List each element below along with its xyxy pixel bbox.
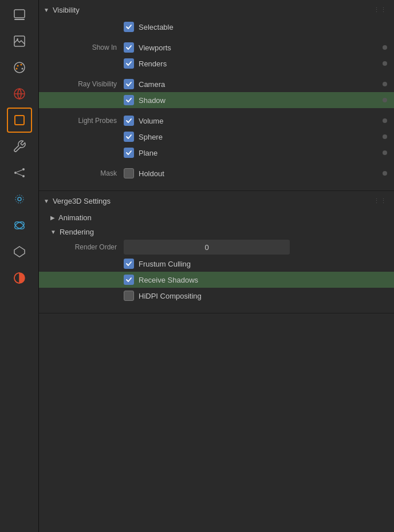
wrench-icon[interactable]: [7, 134, 32, 159]
svg-rect-1: [14, 19, 25, 20]
main-panel: ▼ Visibility ⋮⋮ Selectable Show In: [39, 0, 394, 532]
verge3d-section-header[interactable]: ▼ Verge3D Settings ⋮⋮: [39, 191, 394, 210]
selectable-text: Selectable: [139, 23, 174, 31]
svg-point-7: [15, 68, 17, 70]
volume-row: Light Probes Volume: [39, 113, 394, 129]
renders-value: Renders: [124, 58, 383, 69]
volume-dot: [383, 118, 387, 123]
shadow-checkbox[interactable]: [124, 95, 134, 105]
frustum-culling-text: Frustum Culling: [139, 260, 191, 268]
mask-label: Mask: [44, 169, 124, 177]
svg-point-13: [22, 168, 25, 170]
image-icon[interactable]: [7, 29, 32, 54]
frustum-culling-checkbox[interactable]: [124, 259, 134, 269]
object-icon[interactable]: [7, 108, 32, 133]
selectable-row: Selectable: [39, 19, 394, 35]
verge3d-title: ▼ Verge3D Settings: [44, 197, 111, 205]
renders-checkbox[interactable]: [124, 58, 134, 69]
render-order-row: Render Order: [39, 239, 394, 256]
rendering-subsection-header[interactable]: ▼ Rendering: [39, 224, 394, 239]
visibility-section-header[interactable]: ▼ Visibility ⋮⋮: [39, 0, 394, 19]
holdout-dot: [383, 171, 387, 176]
rendering-title: Rendering: [60, 228, 94, 236]
svg-point-4: [14, 62, 25, 73]
receive-shadows-text: Receive Shadows: [139, 276, 198, 284]
svg-rect-11: [15, 116, 24, 125]
camera-text: Camera: [139, 80, 165, 89]
renders-text: Renders: [139, 59, 167, 68]
visibility-drag-handle: ⋮⋮: [373, 6, 387, 14]
scene-icon[interactable]: [7, 81, 32, 106]
receive-shadows-value: Receive Shadows: [124, 275, 387, 285]
constraints-icon[interactable]: [7, 239, 32, 264]
sphere-value: Sphere: [124, 132, 383, 142]
frustum-culling-row: Frustum Culling: [39, 256, 394, 272]
camera-row: Ray Visibility Camera: [39, 76, 394, 92]
viewports-dot: [383, 45, 387, 50]
sphere-text: Sphere: [139, 133, 163, 141]
visibility-section: ▼ Visibility ⋮⋮ Selectable Show In: [39, 0, 394, 191]
verge3d-collapse-arrow: ▼: [44, 198, 49, 204]
receive-shadows-row: Receive Shadows: [39, 272, 394, 288]
shadow-dot: [383, 98, 387, 102]
sphere-checkbox[interactable]: [124, 132, 134, 142]
verge3d-section: ▼ Verge3D Settings ⋮⋮ ▶ Animation ▼ Rend…: [39, 191, 394, 313]
render-order-label: Render Order: [44, 243, 124, 251]
light-probes-label: Light Probes: [44, 117, 124, 125]
hidpi-row: HiDPI Compositing: [39, 288, 394, 304]
viewports-checkbox[interactable]: [124, 42, 134, 53]
ray-visibility-label: Ray Visibility: [44, 80, 124, 88]
render-order-input[interactable]: [124, 240, 290, 255]
animation-arrow: ▶: [50, 215, 55, 221]
render-icon[interactable]: [7, 2, 32, 27]
holdout-row: Mask Holdout: [39, 165, 394, 181]
visibility-title-text: Visibility: [53, 6, 80, 14]
svg-rect-0: [14, 10, 25, 18]
holdout-text: Holdout: [139, 169, 164, 178]
plane-value: Plane: [124, 148, 383, 158]
animation-title: Animation: [58, 213, 92, 222]
verge3d-title-text: Verge3D Settings: [53, 197, 111, 205]
svg-point-12: [14, 172, 17, 174]
volume-value: Volume: [124, 116, 383, 126]
visibility-title: ▼ Visibility: [44, 6, 80, 14]
svg-line-15: [17, 170, 22, 172]
shadow-value: Shadow: [124, 95, 383, 105]
holdout-checkbox[interactable]: [124, 168, 134, 178]
camera-checkbox[interactable]: [124, 79, 134, 89]
sidebar: [0, 0, 39, 532]
viewports-value: Viewports: [124, 42, 383, 53]
hidpi-value: HiDPI Compositing: [124, 291, 387, 301]
sphere-row: Sphere: [39, 129, 394, 145]
render-order-value: [124, 240, 387, 255]
particles-icon[interactable]: [7, 186, 32, 212]
svg-point-5: [17, 65, 18, 67]
selectable-value: Selectable: [124, 22, 387, 32]
sphere-dot: [383, 134, 387, 139]
shadow-text: Shadow: [139, 96, 166, 105]
plane-checkbox[interactable]: [124, 148, 134, 158]
selectable-checkbox[interactable]: [124, 22, 134, 32]
physics-icon[interactable]: [7, 213, 32, 238]
svg-point-6: [20, 64, 22, 66]
svg-point-8: [21, 68, 23, 70]
palette-icon[interactable]: [7, 55, 32, 80]
visibility-collapse-arrow: ▼: [44, 7, 49, 13]
svg-point-14: [22, 175, 25, 177]
animation-subsection-header[interactable]: ▶ Animation: [39, 210, 394, 224]
receive-shadows-checkbox[interactable]: [124, 275, 134, 285]
camera-value: Camera: [124, 79, 383, 89]
svg-point-17: [18, 197, 21, 201]
plane-text: Plane: [139, 149, 157, 157]
half-circle-icon[interactable]: [7, 265, 32, 291]
renders-row: Renders: [39, 55, 394, 72]
hidpi-checkbox[interactable]: [124, 291, 134, 301]
plane-dot: [383, 150, 387, 155]
frustum-value: Frustum Culling: [124, 259, 387, 269]
renders-dot: [383, 61, 387, 66]
svg-line-16: [17, 173, 22, 176]
hidpi-text: HiDPI Compositing: [139, 292, 202, 300]
nodes-icon[interactable]: [7, 160, 32, 185]
viewports-text: Viewports: [139, 43, 171, 52]
volume-checkbox[interactable]: [124, 116, 134, 126]
